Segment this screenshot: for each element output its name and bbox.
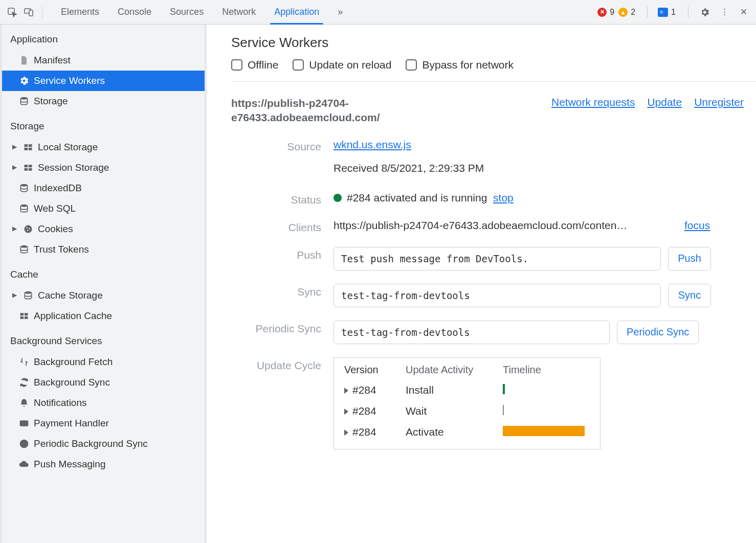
tab-console[interactable]: Console bbox=[108, 0, 161, 25]
bypass-input[interactable] bbox=[406, 59, 417, 71]
tab-network[interactable]: Network bbox=[213, 0, 265, 25]
svg-point-3 bbox=[20, 97, 27, 100]
expand-icon[interactable] bbox=[344, 429, 348, 436]
expand-icon[interactable]: ▶ bbox=[12, 164, 18, 171]
sidebar-item-payment[interactable]: Payment Handler bbox=[2, 413, 206, 434]
sidebar-item-label: Notifications bbox=[34, 397, 87, 409]
cell-version: #284 bbox=[352, 405, 376, 417]
status-dot-icon bbox=[333, 194, 342, 202]
svg-rect-21 bbox=[25, 313, 28, 315]
checkbox-label: Offline bbox=[248, 59, 278, 71]
expand-icon[interactable] bbox=[344, 388, 348, 394]
offline-checkbox[interactable]: Offline bbox=[231, 59, 278, 71]
unregister-link[interactable]: Unregister bbox=[694, 96, 744, 108]
svg-rect-22 bbox=[20, 316, 24, 319]
database-icon bbox=[18, 244, 30, 255]
received-text: Received 8/5/2021, 2:29:33 PM bbox=[333, 162, 744, 174]
clients-label: Clients bbox=[231, 219, 333, 234]
sidebar-item-local-storage[interactable]: ▶Local Storage bbox=[2, 137, 206, 157]
periodic-sync-button[interactable]: Periodic Sync bbox=[617, 321, 699, 344]
tab-application[interactable]: Application bbox=[265, 0, 328, 25]
sidebar-item-label: Background Fetch bbox=[34, 356, 113, 368]
svg-point-15 bbox=[26, 227, 28, 229]
cell-activity: Wait bbox=[406, 405, 503, 417]
svg-rect-24 bbox=[20, 421, 28, 426]
sidebar-item-session-storage[interactable]: ▶Session Storage bbox=[2, 157, 206, 178]
warning-count: 2 bbox=[631, 8, 635, 17]
cell-version: #284 bbox=[352, 384, 376, 396]
sidebar-item-cache-storage[interactable]: ▶Cache Storage bbox=[2, 285, 206, 306]
sidebar-item-notifications[interactable]: Notifications bbox=[2, 393, 206, 413]
sidebar-item-bg-sync[interactable]: Background Sync bbox=[2, 372, 206, 393]
sync-input[interactable] bbox=[333, 284, 661, 307]
section-bg-services: Background Services bbox=[2, 326, 206, 352]
table-icon bbox=[23, 162, 34, 173]
expand-icon[interactable]: ▶ bbox=[12, 225, 18, 232]
timeline-bar bbox=[503, 405, 504, 415]
sidebar-item-storage[interactable]: Storage bbox=[2, 91, 206, 111]
sidebar-item-bg-fetch[interactable]: Background Fetch bbox=[2, 352, 206, 372]
timeline-bar bbox=[503, 426, 585, 436]
expand-icon[interactable] bbox=[344, 409, 348, 415]
sidebar-item-label: Service Workers bbox=[34, 75, 105, 86]
sidebar-item-label: Local Storage bbox=[38, 142, 98, 153]
expand-icon[interactable]: ▶ bbox=[12, 291, 18, 299]
sidebar-item-service-workers[interactable]: Service Workers bbox=[2, 71, 206, 91]
error-count: 9 bbox=[610, 8, 614, 17]
devtools-topbar: Elements Console Sources Network Applica… bbox=[0, 0, 756, 25]
tab-elements[interactable]: Elements bbox=[52, 0, 108, 25]
push-label: Push bbox=[231, 247, 333, 261]
sidebar-item-cookies[interactable]: ▶Cookies bbox=[2, 219, 206, 239]
svg-rect-8 bbox=[25, 165, 28, 167]
table-row[interactable]: #284Wait bbox=[334, 401, 600, 422]
source-link[interactable]: wknd.us.ensw.js bbox=[333, 139, 411, 150]
sidebar-item-label: Manifest bbox=[34, 55, 71, 66]
svg-point-16 bbox=[29, 228, 30, 230]
more-icon[interactable]: ⋮ bbox=[716, 4, 732, 20]
sync-button[interactable]: Sync bbox=[668, 284, 711, 307]
settings-icon[interactable] bbox=[697, 4, 713, 20]
sidebar-item-periodic-sync[interactable]: Periodic Background Sync bbox=[2, 434, 206, 454]
sidebar-item-app-cache[interactable]: Application Cache bbox=[2, 306, 206, 326]
svg-rect-7 bbox=[29, 148, 32, 150]
issues-badge[interactable]: 1 bbox=[656, 8, 680, 17]
cell-activity: Activate bbox=[406, 426, 503, 438]
push-button[interactable]: Push bbox=[668, 247, 711, 270]
tab-sources[interactable]: Sources bbox=[161, 0, 213, 25]
sidebar-item-manifest[interactable]: Manifest bbox=[2, 50, 206, 71]
sync-icon bbox=[18, 377, 30, 388]
sidebar-item-trust-tokens[interactable]: Trust Tokens bbox=[2, 239, 206, 260]
sidebar-item-indexeddb[interactable]: IndexedDB bbox=[2, 178, 206, 198]
sidebar-item-label: Periodic Background Sync bbox=[34, 438, 148, 449]
svg-rect-20 bbox=[20, 313, 24, 315]
status-text: #284 activated and is running bbox=[347, 192, 487, 203]
offline-input[interactable] bbox=[231, 59, 242, 71]
device-toggle-icon[interactable] bbox=[20, 4, 37, 20]
network-requests-link[interactable]: Network requests bbox=[551, 96, 635, 108]
periodic-sync-input[interactable] bbox=[333, 321, 610, 344]
update-on-reload-checkbox[interactable]: Update on reload bbox=[293, 59, 391, 71]
service-workers-panel: Service Workers Offline Update on reload… bbox=[205, 25, 756, 543]
sidebar-item-websql[interactable]: Web SQL bbox=[2, 198, 206, 219]
document-icon bbox=[18, 55, 30, 66]
table-row[interactable]: #284Activate bbox=[334, 422, 600, 443]
periodic-sync-label: Periodic Sync bbox=[231, 321, 333, 335]
database-icon bbox=[18, 96, 30, 107]
table-row[interactable]: #284Install bbox=[334, 380, 600, 401]
error-badge[interactable]: ✕ 9 ▲ 2 bbox=[596, 7, 639, 17]
sidebar-item-label: Storage bbox=[34, 96, 68, 107]
th-activity: Update Activity bbox=[406, 364, 503, 376]
sidebar-item-label: IndexedDB bbox=[34, 183, 82, 194]
bypass-checkbox[interactable]: Bypass for network bbox=[406, 59, 514, 71]
update-on-reload-input[interactable] bbox=[293, 59, 304, 71]
close-icon[interactable]: ✕ bbox=[736, 4, 752, 20]
inspect-icon[interactable] bbox=[4, 4, 20, 20]
focus-link[interactable]: focus bbox=[684, 219, 710, 232]
sync-label: Sync bbox=[231, 284, 333, 298]
sidebar-item-push[interactable]: Push Messaging bbox=[2, 454, 206, 474]
push-input[interactable] bbox=[333, 247, 661, 270]
tab-overflow[interactable]: » bbox=[328, 0, 352, 25]
stop-link[interactable]: stop bbox=[493, 192, 514, 203]
update-link[interactable]: Update bbox=[647, 96, 682, 108]
expand-icon[interactable]: ▶ bbox=[12, 143, 18, 150]
